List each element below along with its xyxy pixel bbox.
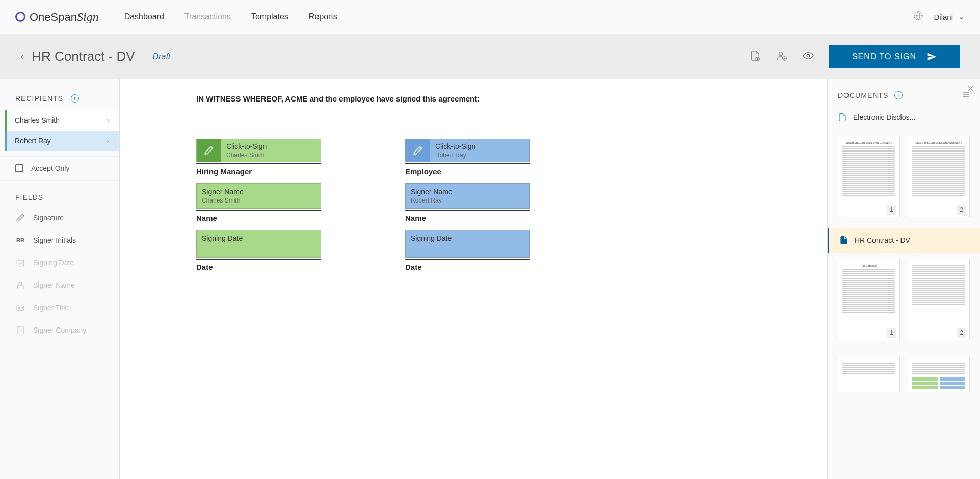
document-name: Electronic Disclos...	[853, 113, 915, 121]
signature-column: Click-to-SignCharles SmithHiring Manager…	[196, 139, 321, 279]
recipients-header: RECIPIENTS +	[0, 89, 119, 110]
field-label: Signer Name	[33, 281, 75, 289]
document-icon	[838, 112, 847, 122]
signer-name-field[interactable]: Signer NameCharles Smith	[196, 183, 321, 209]
subheader-actions: SEND TO SIGN	[750, 45, 960, 68]
thumbnail-grid: HR Contract12	[828, 253, 980, 350]
role-label: Hiring Manager	[196, 167, 321, 176]
field-item: 17Signing Date	[0, 251, 119, 274]
page-number: 1	[887, 205, 896, 215]
page-number: 2	[957, 328, 966, 338]
back-button[interactable]: ‹	[20, 50, 24, 63]
signing-date-field[interactable]: Signing Date	[405, 230, 530, 258]
pen-icon	[406, 139, 430, 162]
page-thumbnail[interactable]	[908, 357, 970, 392]
sig-field-signer: Charles Smith	[226, 152, 315, 159]
nav-reports[interactable]: Reports	[309, 12, 337, 21]
badge-icon	[15, 302, 25, 313]
close-panel-button[interactable]: ×	[967, 82, 974, 95]
top-nav: OneSpanSign Dashboard Transactions Templ…	[0, 0, 980, 34]
page-thumbnail[interactable]: HR Contract1	[838, 259, 900, 340]
sig-field-signer: Robert Ray	[435, 152, 524, 159]
calendar-icon: 17	[15, 258, 25, 268]
field-label: Signer Company	[33, 326, 86, 334]
nav-links: Dashboard Transactions Templates Reports	[124, 12, 337, 21]
thumbnail-grid	[828, 350, 980, 402]
date-line	[196, 259, 321, 260]
initials-icon: RR	[16, 237, 24, 243]
nav-dashboard[interactable]: Dashboard	[124, 12, 164, 21]
accept-only-row[interactable]: Accept Only	[0, 156, 119, 181]
signer-name-field[interactable]: Signer NameRobert Ray	[405, 183, 530, 209]
document-row[interactable]: HR Contract - DV	[828, 228, 980, 253]
chevron-down-icon: ⌄	[958, 12, 965, 21]
role-label: Employee	[405, 167, 530, 176]
recipient-add-icon[interactable]	[776, 50, 787, 63]
pen-icon	[15, 213, 25, 223]
documents-header-label: DOCUMENTS	[838, 91, 888, 99]
field-item[interactable]: RRSigner Initials	[0, 229, 119, 251]
topnav-right: Dilani ⌄	[913, 11, 965, 23]
page-thumbnail[interactable]: ESIGN DISCLOSURES AND CONSENT2	[908, 136, 970, 217]
documents-list: Electronic Disclos...ESIGN DISCLOSURES A…	[828, 105, 980, 402]
page-thumbnail[interactable]	[838, 357, 900, 392]
left-panel: RECIPIENTS + Charles Smith›Robert Ray› A…	[0, 79, 120, 479]
thumbnail-grid: ESIGN DISCLOSURES AND CONSENT1ESIGN DISC…	[828, 130, 980, 228]
click-to-sign-field[interactable]: Click-to-SignCharles Smith	[196, 139, 321, 162]
document-row[interactable]: Electronic Disclos...	[828, 105, 980, 130]
nav-templates[interactable]: Templates	[251, 12, 288, 21]
date-caption: Date	[405, 263, 530, 271]
name-caption: Name	[196, 214, 321, 222]
right-panel: × DOCUMENTS + Electronic Disclos...ESIGN…	[827, 79, 980, 479]
page-thumbnail[interactable]: 2	[908, 259, 970, 340]
send-label: SEND TO SIGN	[852, 52, 916, 61]
date-caption: Date	[196, 263, 321, 271]
user-menu[interactable]: Dilani ⌄	[934, 12, 965, 21]
svg-rect-8	[17, 306, 24, 310]
pen-icon	[197, 139, 221, 162]
fields-list: SignatureRRSigner Initials17Signing Date…	[0, 207, 119, 341]
signature-line	[196, 163, 321, 164]
send-to-sign-button[interactable]: SEND TO SIGN	[829, 45, 960, 68]
signature-line	[405, 163, 530, 164]
preview-icon[interactable]	[803, 50, 814, 63]
add-document-button[interactable]: +	[894, 91, 903, 99]
field-label: Signing Date	[33, 259, 74, 267]
document-canvas[interactable]: IN WITNESS WHEREOF, ACME and the employe…	[120, 79, 827, 479]
page-thumbnail[interactable]: ESIGN DISCLOSURES AND CONSENT1	[838, 136, 900, 217]
main: RECIPIENTS + Charles Smith›Robert Ray› A…	[0, 79, 980, 479]
name-caption: Name	[405, 214, 530, 222]
name-line	[405, 210, 530, 211]
field-label: Signer Name	[411, 188, 524, 196]
field-item[interactable]: Signature	[0, 207, 119, 229]
nav-transactions[interactable]: Transactions	[184, 12, 231, 21]
sig-field-label: Click-to-Sign	[226, 142, 315, 150]
field-label: Signer Initials	[33, 236, 76, 244]
field-label: Signature	[33, 214, 64, 222]
field-label: Signer Title	[33, 304, 69, 312]
svg-point-4	[807, 54, 810, 57]
recipients-header-label: RECIPIENTS	[15, 94, 63, 103]
logo[interactable]: OneSpanSign	[15, 10, 99, 24]
signature-column: Click-to-SignRobert RayEmployeeSigner Na…	[405, 139, 530, 279]
logo-mark-icon	[15, 12, 25, 22]
add-recipient-button[interactable]: +	[71, 94, 79, 103]
page-title: HR Contract - DV	[32, 48, 135, 64]
logo-text: OneSpanSign	[30, 10, 99, 24]
document-add-icon[interactable]	[750, 50, 761, 63]
name-line	[196, 210, 321, 211]
recipient-item[interactable]: Charles Smith›	[5, 110, 119, 131]
field-label: Signing Date	[202, 234, 315, 242]
click-to-sign-field[interactable]: Click-to-SignRobert Ray	[405, 139, 530, 162]
accept-only-checkbox[interactable]	[15, 164, 23, 172]
status-badge: Draft	[153, 52, 171, 61]
user-name: Dilani	[934, 13, 953, 21]
globe-icon[interactable]	[913, 11, 923, 23]
accept-only-label: Accept Only	[31, 164, 69, 172]
field-label: Signing Date	[411, 234, 524, 242]
documents-header: DOCUMENTS +	[828, 79, 980, 105]
signing-date-field[interactable]: Signing Date	[196, 230, 321, 258]
recipient-item[interactable]: Robert Ray›	[5, 131, 119, 151]
initials-icon: RR	[15, 235, 25, 245]
svg-point-9	[18, 307, 20, 309]
